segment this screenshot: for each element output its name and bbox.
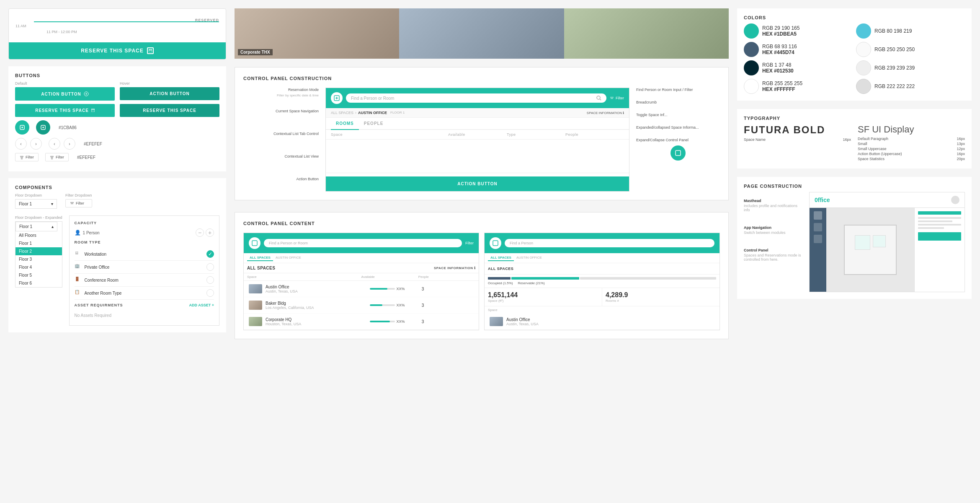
pw-nav-icon-1[interactable] — [814, 211, 822, 220]
action-btn-row: Default ACTION BUTTON Hover ACTION BUTTO… — [15, 81, 219, 101]
floor2-item[interactable]: Floor 2 — [15, 247, 62, 255]
cp-right-annotations: Find Person or Room Input / Filter Bread… — [636, 88, 720, 161]
light-gray-rgb: RGB 239 239 239 — [874, 65, 915, 71]
filter-button-hover[interactable]: Filter — [45, 153, 69, 161]
swatch-dark — [744, 60, 759, 75]
floor5-item[interactable]: Floor 5 — [15, 271, 62, 279]
dark-hex: HEX #012530 — [762, 68, 794, 74]
floor3-item[interactable]: Floor 3 — [15, 255, 62, 263]
prev-arrow-default[interactable]: ‹ — [15, 138, 27, 150]
teal-icon-button-default[interactable] — [15, 120, 29, 135]
filter-button-default[interactable]: Filter — [15, 153, 39, 161]
another-room-check[interactable] — [206, 289, 214, 297]
cp-filter-button[interactable]: Filter — [610, 96, 624, 100]
schedule-timeline: 11 AM 11 PM - 12:00 PM RESERVED — [9, 9, 226, 42]
person-icon: 👤 — [75, 230, 80, 236]
reserve-button-hover[interactable]: RESERVE THIS SPACE — [120, 104, 219, 117]
reservable-legend: Reservable (21%) — [518, 281, 545, 285]
conference-icon: 🚪 — [75, 277, 81, 283]
cp-wireframe: Find a Person or Room Filter ALL SPACES … — [325, 88, 629, 192]
private-office-check[interactable] — [206, 263, 214, 271]
svg-rect-30 — [676, 150, 681, 156]
floor-dropdown-container: Floor Dropdown Floor 1 ▾ — [15, 193, 57, 209]
asset-row: ASSET REQUIRMENTS ADD ASSET + — [75, 300, 214, 311]
floor4-item[interactable]: Floor 4 — [15, 263, 62, 271]
another-room-icon: 📋 — [75, 290, 81, 296]
cp-construction-title: CONTROL PANEL CONSTRUCTION — [243, 76, 720, 81]
baker-bldg-item[interactable]: Baker Bldg Los Angeles, California, USA … — [244, 297, 479, 314]
time-start-label: 11 AM — [15, 24, 26, 28]
swatch-white — [856, 42, 871, 57]
cp2-icon — [490, 237, 501, 249]
floor-plan-placeholder — [826, 208, 914, 292]
people-tab[interactable]: PEOPLE — [359, 118, 389, 130]
add-asset-button[interactable]: ADD ASSET + — [189, 303, 214, 307]
conference-check[interactable] — [206, 276, 214, 284]
col-space-header: Space — [331, 132, 448, 137]
rooms-tab[interactable]: ROOMS — [331, 118, 359, 130]
cp1-austin-tab[interactable]: AUSTIN OFFICE — [273, 255, 304, 261]
hover-label: Hover — [120, 81, 219, 86]
prev-arrow-hover[interactable]: ‹ — [49, 138, 60, 150]
progress-bars — [488, 277, 716, 280]
cp1-filter-btn[interactable]: Filter — [465, 241, 474, 245]
filter-dropdown-button[interactable]: Filter — [65, 199, 92, 207]
svg-rect-7 — [91, 109, 95, 112]
asset-req-label: ASSET REQUIRMENTS — [75, 303, 123, 307]
cp-action-button[interactable]: ACTION BUTTON — [326, 176, 629, 191]
ann-current-space-nav: Current Space Navigation — [243, 109, 319, 113]
cp2-search[interactable]: Find a Person — [505, 239, 714, 247]
floor-select-header[interactable]: Floor 1 ▴ — [15, 222, 57, 231]
floor-plan-shape — [844, 225, 897, 275]
filter-label: Filter — [26, 155, 34, 159]
default-col: Default ACTION BUTTON — [15, 81, 115, 101]
pw-control-panel — [914, 208, 965, 292]
cp2-austin-tab[interactable]: AUSTIN OFFICE — [514, 255, 544, 261]
components-section-title: COMPONENTS — [15, 185, 219, 190]
teal-icon-button-hover[interactable] — [36, 120, 50, 135]
chevron-down-icon: ▾ — [51, 202, 53, 206]
cp1-search[interactable]: Find a Person or Room — [264, 239, 462, 247]
ann-contextual-tab: Contextual List Tab Control — [243, 132, 319, 136]
cp2-austin-item[interactable]: Austin Office Austin, Texas, USA — [485, 314, 720, 330]
plus-button[interactable]: + — [206, 228, 214, 237]
all-floors-item[interactable]: All Floors — [15, 231, 62, 239]
corp-hq-item[interactable]: Corporate HQ Houston, Texas, USA XX% 3 — [244, 314, 479, 330]
cp2-austin-info: Austin Office Austin, Texas, USA — [506, 317, 539, 326]
svg-rect-32 — [493, 241, 498, 246]
sf-name: SF UI Display — [858, 124, 965, 135]
next-arrow-hover[interactable]: › — [64, 138, 75, 150]
nav-hex-label: #EFEFEF — [84, 142, 102, 146]
austin-avail: XX% — [370, 287, 422, 291]
reserve-button-default[interactable]: RESERVE THIS SPACE — [15, 104, 115, 117]
austin-office-item[interactable]: Austin Office Austin, Texas, USA XX% 3 — [244, 281, 479, 297]
floor-breadcrumb: FLOOR 1 — [390, 111, 405, 115]
ann-space-nav-label: Current Space Navigation — [243, 109, 319, 113]
workstation-label: Workstation — [85, 252, 203, 257]
floor-dropdown[interactable]: Floor 1 ▾ — [15, 199, 57, 209]
action-button-hover[interactable]: ACTION BUTTON — [120, 87, 219, 100]
pw-nav-icon-3[interactable] — [814, 235, 822, 243]
ann-reservation-mode: Reservation Mode Filter by specific date… — [243, 88, 319, 97]
capacity-row: 👤 1 Person − + — [75, 228, 214, 237]
reserve-this-space-button[interactable]: RESERVE THIS SPACE — [9, 42, 226, 59]
minus-button[interactable]: − — [196, 228, 204, 237]
pw-nav-icon-2[interactable] — [814, 223, 822, 231]
floor6-item[interactable]: Floor 6 — [15, 279, 62, 287]
color-grid: RGB 29 190 165 HEX #1DBEA5 RGB 80 198 21… — [744, 23, 965, 94]
action-button-default[interactable]: ACTION BUTTON — [15, 87, 115, 101]
filter-hex-label: #EFEFEF — [77, 155, 95, 160]
corp-thumb — [249, 317, 262, 326]
color-info-pure-white: RGB 255 255 255 HEX #FFFFFF — [762, 80, 802, 92]
workstation-check[interactable]: ✓ — [206, 250, 214, 258]
floor1-item[interactable]: Floor 1 — [15, 239, 62, 247]
space-info-toggle[interactable]: SPACE INFORMATION ℹ — [587, 111, 624, 115]
cp-search-input[interactable]: Find a Person or Room — [346, 93, 606, 103]
collapse-icon-container — [636, 145, 720, 161]
room-type-title: ROOM TYPE — [75, 240, 214, 244]
swatch-light-gray — [856, 60, 871, 75]
cp2-all-spaces-tab[interactable]: ALL SPACES — [488, 255, 514, 261]
next-arrow-default[interactable]: › — [30, 138, 42, 150]
cp2-progress-area: Occupied (1.5%) Reservable (21%) — [485, 275, 720, 288]
cp1-all-spaces-tab[interactable]: ALL SPACES — [247, 255, 273, 261]
